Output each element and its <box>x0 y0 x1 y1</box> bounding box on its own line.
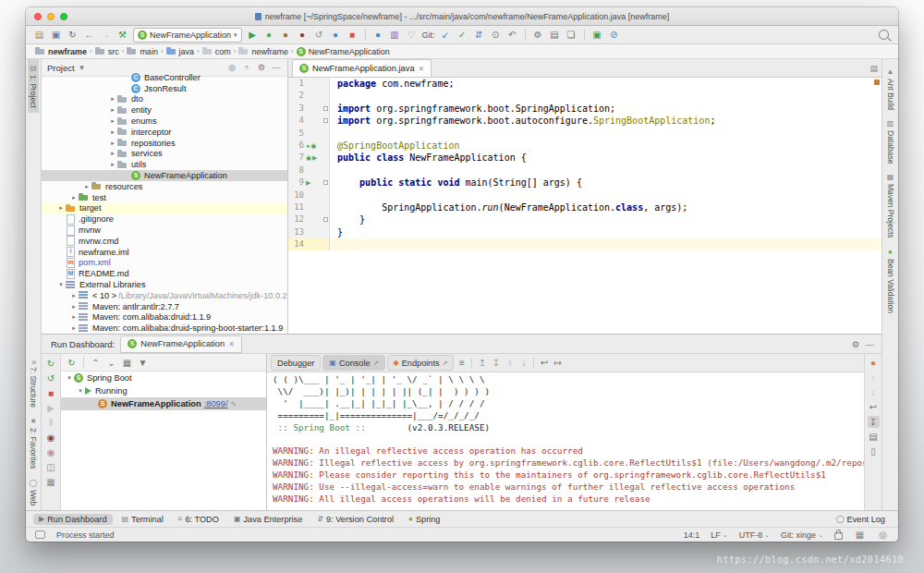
project-structure-icon[interactable]: ▤ <box>549 29 561 41</box>
project-tree-item[interactable]: ▸target <box>42 203 287 214</box>
run-icon[interactable]: ▶ <box>247 29 259 41</box>
breadcrumb-item[interactable]: src <box>95 46 119 56</box>
run-configuration-select[interactable]: SNewFrameApplication▾ <box>133 28 242 43</box>
collapsed-arrow-icon[interactable]: ▸ <box>82 183 91 190</box>
breadcrumb-item[interactable]: newframe <box>238 46 288 56</box>
fold-marker-icon[interactable] <box>323 180 328 185</box>
project-tree-item[interactable]: CBaseController <box>42 72 287 83</box>
profiler-icon[interactable]: ● <box>297 29 309 41</box>
project-tree-item[interactable]: ▸test <box>42 192 287 203</box>
breadcrumb-item[interactable]: com <box>202 46 231 56</box>
editor-line[interactable]: 2 <box>288 90 881 102</box>
caret-position[interactable]: 14:1 <box>684 530 700 540</box>
tool-button-7-structure[interactable]: ≡7: Structure <box>28 356 39 413</box>
filter-icon[interactable]: ▼ <box>137 357 149 369</box>
event-log-button[interactable]: ◯Event Log <box>831 514 891 525</box>
spring-bean-icon[interactable]: ◉ <box>306 154 311 162</box>
editor-line[interactable]: 14 <box>288 238 881 250</box>
tool-window-button-9-version-control[interactable]: ⇵9: Version Control <box>311 514 399 525</box>
collapsed-arrow-icon[interactable]: ▸ <box>69 313 79 321</box>
editor-line[interactable]: 10 <box>288 189 881 201</box>
project-tree-item[interactable]: ▸interceptor <box>42 127 287 138</box>
run-class-icon[interactable]: ▶ <box>312 154 317 162</box>
analyze-icon[interactable]: ▽ <box>406 29 418 41</box>
project-tree-item[interactable]: ▸entity <box>42 104 287 116</box>
tool-window-button-spring[interactable]: ●Spring <box>403 514 445 525</box>
down-icon[interactable]: ↓ <box>868 386 880 398</box>
soft-wrap-icon[interactable]: ↩ <box>538 357 550 369</box>
search-everywhere-icon[interactable]: ● <box>372 29 384 41</box>
collapsed-arrow-icon[interactable]: ▸ <box>108 106 117 114</box>
editor-tab[interactable]: S NewFrameApplication.java ✕ <box>292 59 432 77</box>
project-tree-item[interactable]: ▸Maven: com.alibaba:druid:1.1.9 <box>42 312 287 323</box>
build-icon[interactable]: ⚒ <box>116 29 128 41</box>
project-tree-item[interactable]: mvnw.cmd <box>42 236 287 247</box>
git-commit-icon[interactable]: ✓ <box>456 29 468 41</box>
collapsed-arrow-icon[interactable]: ▸ <box>69 324 79 332</box>
print-icon[interactable]: ▤ <box>868 431 880 443</box>
editor-line[interactable]: 1package com.newframe; <box>288 78 881 90</box>
project-tree-item[interactable]: SNewFrameApplication <box>42 170 287 181</box>
editor-line[interactable]: 5 <box>288 128 881 140</box>
back-icon[interactable]: ← <box>83 29 95 41</box>
sync-icon[interactable]: ↻ <box>67 29 79 41</box>
stop-icon[interactable]: ■ <box>45 387 57 399</box>
editor-line[interactable]: 4import org.springframework.boot.autocon… <box>288 115 881 127</box>
collapsed-arrow-icon[interactable]: ▸ <box>108 95 117 103</box>
settings-icon[interactable]: ⚙ <box>532 29 544 41</box>
tool-button-2-favorites[interactable]: ★2: Favorites <box>28 412 39 473</box>
settings-icon[interactable]: ⚙ <box>256 63 267 72</box>
history-down-icon[interactable]: ↓ <box>517 357 529 369</box>
project-tree-item[interactable]: ▸utils <box>42 159 287 170</box>
project-tree-item[interactable]: CJsonResult <box>42 83 287 94</box>
dump-threads-icon[interactable]: ◉ <box>45 432 57 444</box>
close-tab-icon[interactable]: ✕ <box>419 65 425 73</box>
collapsed-arrow-icon[interactable]: ▸ <box>108 161 117 168</box>
editor-line[interactable]: 11 SpringApplication.run(NewFrameApplica… <box>288 201 881 213</box>
open-icon[interactable]: ▤ <box>33 29 45 41</box>
project-tree-item[interactable]: .gitignore <box>42 213 287 225</box>
editor-line[interactable]: 13} <box>288 226 881 238</box>
project-tree-item[interactable]: ▸resources <box>42 181 287 192</box>
breadcrumb-item[interactable]: java <box>166 46 195 56</box>
breadcrumb-item[interactable]: main <box>127 46 158 56</box>
collapsed-arrow-icon[interactable]: ▸ <box>56 204 66 212</box>
project-tree-item[interactable]: ▸dto <box>42 94 287 105</box>
editor-line[interactable]: 8 <box>288 165 881 177</box>
project-tree-item[interactable]: ▸services <box>42 149 287 160</box>
settings-icon[interactable]: ⚙ <box>852 339 860 349</box>
tool-button-1-project[interactable]: ▤1: Project <box>28 59 39 113</box>
project-tree-item[interactable]: ▸Maven: antlr:antlr:2.7.7 <box>42 301 287 312</box>
up-stack-icon[interactable]: ↥ <box>476 357 488 369</box>
search-icon[interactable] <box>879 30 889 40</box>
hide-icon[interactable]: — <box>866 339 875 349</box>
title-bar[interactable]: newframe [~/SpringSpace/newframe] - .../… <box>26 7 898 26</box>
chevron-down-icon[interactable]: ▾ <box>79 63 86 72</box>
resume-icon[interactable]: ▶ <box>45 402 57 414</box>
collapse-all-icon[interactable]: ÷ <box>241 63 252 72</box>
expanded-arrow-icon[interactable]: ▾ <box>65 374 74 382</box>
collapsed-arrow-icon[interactable]: ▸ <box>69 194 79 201</box>
project-tree-item[interactable]: ▸repositories <box>42 138 287 149</box>
restore-layout-icon[interactable]: ❏ <box>565 29 578 41</box>
git-branch-select[interactable]: Git: xinge⌄ <box>781 530 823 540</box>
collapsed-arrow-icon[interactable]: ▸ <box>108 140 117 147</box>
editor-line[interactable]: 6●◉@SpringBootApplication <box>288 140 881 152</box>
port-link[interactable]: :8099/ <box>204 399 228 408</box>
tool-window-button-run-dashboard[interactable]: ▶Run Dashboard <box>33 514 113 525</box>
line-separator-select[interactable]: LF⌄ <box>711 530 727 540</box>
project-tree-item[interactable]: mpom.xml <box>42 258 287 269</box>
git-update-icon[interactable]: ↙ <box>440 29 452 41</box>
view-changes-icon[interactable]: ▥ <box>389 29 401 41</box>
console-tab-endpoints[interactable]: ◆Endpoints↗ <box>387 355 455 371</box>
notification-bubble-icon[interactable] <box>35 530 45 539</box>
debug-icon[interactable]: ● <box>263 29 275 41</box>
refresh-icon[interactable]: ↻ <box>66 357 78 369</box>
rerun-app-icon[interactable]: ↺ <box>45 372 57 384</box>
run-dashboard-item[interactable]: SNewFrameApplication:8099/✎ <box>61 397 266 410</box>
console-output[interactable]: ( ( )\___ | '_ | '_| | '_ \/ _` | \ \ \ … <box>267 372 864 510</box>
spring-annotation-icon[interactable]: ● <box>306 142 310 150</box>
collapsed-arrow-icon[interactable]: ▸ <box>108 117 117 125</box>
collapsed-arrow-icon[interactable]: ▸ <box>69 303 79 311</box>
stop-icon[interactable]: ■ <box>346 29 359 41</box>
